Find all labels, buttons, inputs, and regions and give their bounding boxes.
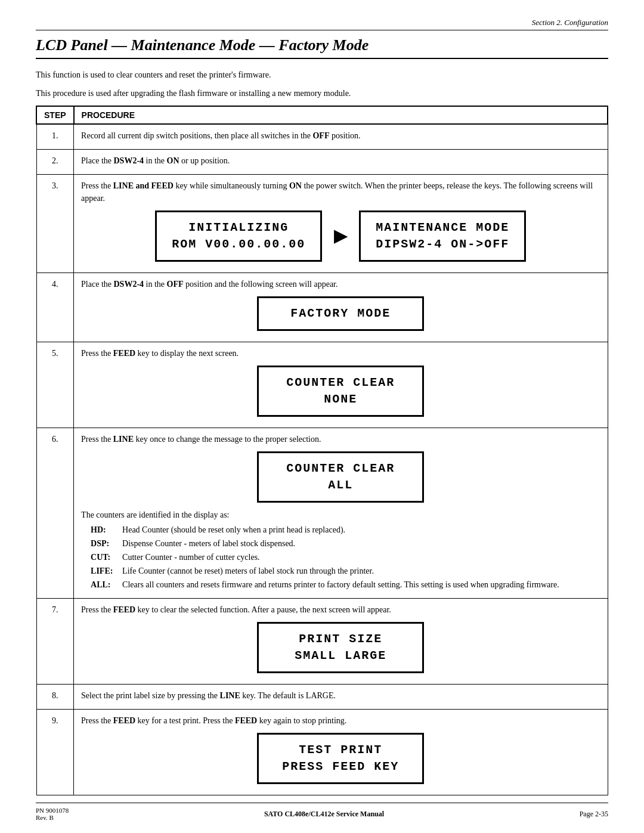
counter-item: DSP:Dispense Counter - meters of label s… (91, 537, 600, 550)
counter-label: LIFE: (91, 565, 117, 577)
step-procedure: Record all current dip switch positions,… (74, 124, 608, 150)
step-text: Record all current dip switch positions,… (81, 129, 600, 142)
page: Section 2. Configuration LCD Panel — Mai… (0, 0, 644, 833)
counter-label: HD: (91, 524, 117, 536)
table-row: 4.Place the DSW2-4 in the OFF position a… (36, 273, 608, 342)
page-footer: PN 9001078 Rev. B SATO CL408e/CL412e Ser… (36, 803, 608, 821)
counter-desc: Cutter Counter - number of cutter cycles… (122, 551, 260, 563)
table-row: 1.Record all current dip switch position… (36, 124, 608, 150)
step-procedure: Press the FEED key to clear the selected… (74, 599, 608, 685)
step-text: Press the LINE and FEED key while simult… (81, 179, 600, 205)
intro-paragraph-1: This function is used to clear counters … (36, 69, 608, 81)
step-text: Press the FEED key for a test print. Pre… (81, 714, 600, 727)
col-header-procedure: PROCEDURE (74, 106, 608, 124)
step-procedure: Place the DSW2-4 in the OFF position and… (74, 273, 608, 342)
col-header-step: STEP (36, 106, 74, 124)
step-number: 7. (36, 599, 74, 685)
counter-item: ALL:Clears all counters and resets firmw… (91, 578, 600, 591)
footer-page: Page 2-35 (580, 810, 608, 819)
counter-item: HD:Head Counter (should be reset only wh… (91, 524, 600, 536)
lcd-single-container: COUNTER CLEARALL (81, 451, 600, 503)
step-subtext: The counters are identified in the displ… (81, 509, 600, 521)
step-text: Place the DSW2-4 in the OFF position and… (81, 278, 600, 290)
step-number: 2. (36, 150, 74, 175)
footer-pn: PN 9001078 (36, 807, 69, 814)
table-row: 8.Select the print label size by pressin… (36, 685, 608, 710)
step-procedure: Select the print label size by pressing … (74, 685, 608, 710)
page-title: LCD Panel — Maintenance Mode — Factory M… (36, 36, 608, 59)
lcd-single-container: TEST PRINTPRESS FEED KEY (81, 733, 600, 784)
procedure-table: STEP PROCEDURE 1.Record all current dip … (36, 106, 608, 795)
table-row: 2.Place the DSW2-4 in the ON or up posit… (36, 150, 608, 175)
step-text: Press the LINE key once to change the me… (81, 433, 600, 445)
counter-item: LIFE:Life Counter (cannot be reset) mete… (91, 565, 600, 577)
lcd-dual-container: INITIALIZINGROM V00.00.00.00▶MAINTENANCE… (81, 210, 600, 262)
step-text: Press the FEED key to display the next s… (81, 347, 600, 360)
counter-item: CUT:Cutter Counter - number of cutter cy… (91, 551, 600, 563)
arrow-icon: ▶ (334, 224, 347, 249)
lcd-screen: TEST PRINTPRESS FEED KEY (257, 733, 424, 784)
lcd-single-container: COUNTER CLEARNONE (81, 366, 600, 417)
step-procedure: Press the FEED key for a test print. Pre… (74, 710, 608, 795)
table-row: 6.Press the LINE key once to change the … (36, 428, 608, 599)
lcd-screen: PRINT SIZESMALL LARGE (257, 622, 424, 673)
lcd-screen: COUNTER CLEARALL (257, 451, 424, 503)
lcd-screen: FACTORY MODE (257, 296, 424, 331)
table-row: 3.Press the LINE and FEED key while simu… (36, 175, 608, 273)
table-row: 7.Press the FEED key to clear the select… (36, 599, 608, 685)
step-number: 6. (36, 428, 74, 599)
counter-label: ALL: (91, 578, 117, 591)
step-text: Select the print label size by pressing … (81, 689, 600, 702)
step-text: Press the FEED key to clear the selected… (81, 603, 600, 616)
counter-desc: Dispense Counter - meters of label stock… (122, 537, 295, 550)
step-number: 8. (36, 685, 74, 710)
counter-desc: Clears all counters and resets firmware … (122, 578, 559, 591)
page-header: Section 2. Configuration (36, 18, 608, 30)
step-text: Place the DSW2-4 in the ON or up positio… (81, 154, 600, 167)
intro-paragraph-2: This procedure is used after upgrading t… (36, 87, 608, 100)
footer-left: PN 9001078 Rev. B (36, 807, 69, 821)
counter-desc: Head Counter (should be reset only when … (122, 524, 345, 536)
footer-center: SATO CL408e/CL412e Service Manual (264, 810, 384, 819)
step-procedure: Press the LINE key once to change the me… (74, 428, 608, 599)
footer-rev: Rev. B (36, 814, 69, 821)
lcd-screen-left: INITIALIZINGROM V00.00.00.00 (155, 210, 322, 262)
section-label: Section 2. Configuration (532, 18, 608, 27)
step-number: 1. (36, 124, 74, 150)
step-number: 5. (36, 342, 74, 428)
step-number: 9. (36, 710, 74, 795)
step-procedure: Press the LINE and FEED key while simult… (74, 175, 608, 273)
lcd-screen: COUNTER CLEARNONE (257, 366, 424, 417)
lcd-screen-right: MAINTENANCE MODEDIPSW2-4 ON->OFF (359, 210, 526, 262)
table-row: 9.Press the FEED key for a test print. P… (36, 710, 608, 795)
lcd-single-container: PRINT SIZESMALL LARGE (81, 622, 600, 673)
step-procedure: Place the DSW2-4 in the ON or up positio… (74, 150, 608, 175)
step-number: 4. (36, 273, 74, 342)
counter-list: HD:Head Counter (should be reset only wh… (91, 524, 600, 591)
counter-label: CUT: (91, 551, 117, 563)
table-row: 5.Press the FEED key to display the next… (36, 342, 608, 428)
step-procedure: Press the FEED key to display the next s… (74, 342, 608, 428)
lcd-single-container: FACTORY MODE (81, 296, 600, 331)
step-number: 3. (36, 175, 74, 273)
counter-label: DSP: (91, 537, 117, 550)
counter-desc: Life Counter (cannot be reset) meters of… (122, 565, 374, 577)
